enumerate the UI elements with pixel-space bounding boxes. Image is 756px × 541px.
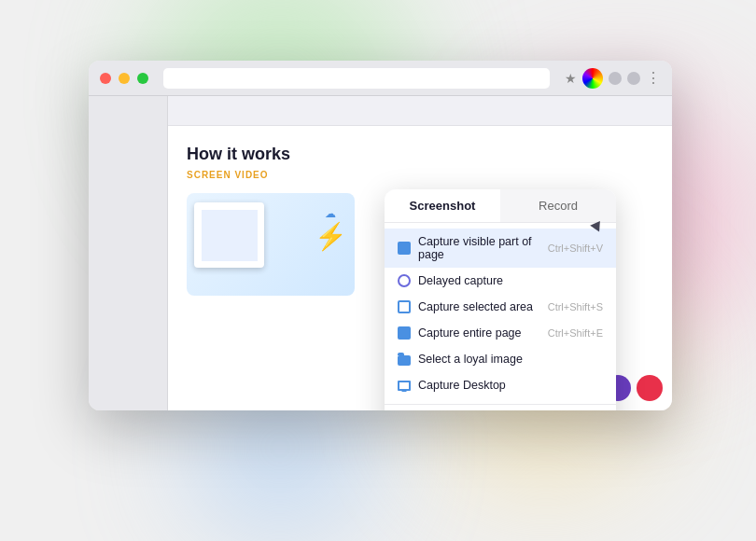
extension-icon[interactable] bbox=[582, 68, 603, 89]
menu-item-delayed-capture[interactable]: Delayed capture bbox=[385, 268, 616, 294]
traffic-light-minimize[interactable] bbox=[119, 73, 130, 84]
mockup-inner bbox=[202, 210, 258, 261]
browser-menu-icon[interactable]: ⋮ bbox=[646, 71, 661, 86]
delayed-capture-label: Delayed capture bbox=[418, 274, 503, 287]
menu-item-capture-desktop[interactable]: Capture Desktop bbox=[385, 372, 616, 398]
browser-content: How it works SCREEN VIDEO ☁ ⚡ bbox=[89, 96, 672, 410]
menu-item-select-loyal[interactable]: Select a loyal image bbox=[385, 346, 616, 372]
address-bar[interactable] bbox=[163, 68, 550, 89]
folder-icon bbox=[398, 355, 411, 366]
bookmark-icon[interactable]: ★ bbox=[565, 71, 577, 86]
menu-item-capture-entire[interactable]: Capture entire page Ctrl+Shift+E bbox=[385, 320, 616, 346]
page-subtitle: SCREEN VIDEO bbox=[187, 170, 653, 180]
traffic-light-close[interactable] bbox=[100, 73, 111, 84]
popup-footer: A AwesomeMan upgrade 🖥 ⚙ ✉ ⌃ My pr bbox=[385, 404, 616, 410]
inner-mockup: ☁ ⚡ bbox=[187, 193, 355, 296]
popup-tabs: Screenshot Record bbox=[385, 189, 616, 223]
traffic-light-maximize[interactable] bbox=[137, 73, 148, 84]
mockup-arrow: ⚡ bbox=[315, 221, 347, 252]
square-blue-icon-2 bbox=[398, 326, 411, 340]
capture-visible-shortcut: Ctrl+Shift+V bbox=[548, 243, 603, 254]
tab-screenshot[interactable]: Screenshot bbox=[385, 189, 500, 222]
mockup-cloud: ☁ bbox=[325, 207, 336, 220]
capture-selected-label: Capture selected area bbox=[418, 300, 533, 313]
square-blue-icon bbox=[398, 242, 411, 255]
capture-desktop-label: Capture Desktop bbox=[418, 379, 506, 392]
select-loyal-label: Select a loyal image bbox=[418, 353, 523, 366]
inner-sidebar bbox=[89, 96, 168, 410]
capture-entire-label: Capture entire page bbox=[418, 326, 522, 340]
browser-chrome: ★ ⋮ bbox=[89, 61, 672, 96]
browser-btn-2 bbox=[627, 72, 640, 85]
page-title: How it works bbox=[187, 145, 653, 164]
browser-toolbar: ★ ⋮ bbox=[565, 68, 661, 89]
menu-item-capture-selected[interactable]: Capture selected area Ctrl+Shift+S bbox=[385, 294, 616, 320]
mockup-screenshot bbox=[194, 202, 264, 268]
timer-icon bbox=[398, 274, 411, 287]
menu-item-capture-visible[interactable]: Capture visible part of page Ctrl+Shift+… bbox=[385, 229, 616, 268]
partial-square-icon bbox=[398, 300, 411, 313]
desktop-icon bbox=[398, 381, 411, 391]
popup-items: Capture visible part of page Ctrl+Shift+… bbox=[385, 223, 616, 404]
capture-visible-label: Capture visible part of page bbox=[418, 235, 540, 261]
inner-header bbox=[168, 96, 672, 126]
capture-selected-shortcut: Ctrl+Shift+S bbox=[548, 301, 603, 312]
tab-record[interactable]: Record bbox=[500, 189, 616, 222]
browser-window: ★ ⋮ How it works SCREEN VIDEO ☁ ⚡ bbox=[89, 61, 672, 410]
logo-3 bbox=[637, 375, 663, 401]
popup-menu: Screenshot Record Capture visible part o… bbox=[385, 189, 616, 410]
capture-entire-shortcut: Ctrl+Shift+E bbox=[548, 327, 603, 339]
browser-btn-1 bbox=[609, 72, 622, 85]
